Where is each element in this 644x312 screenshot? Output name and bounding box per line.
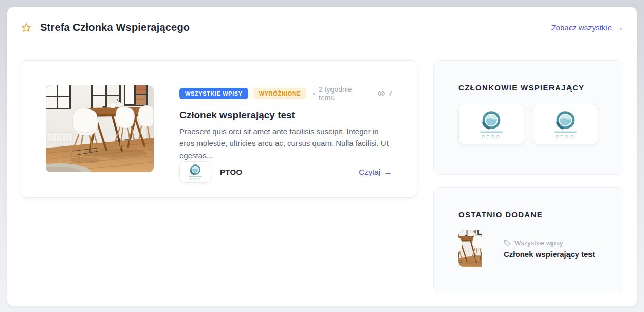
supporting-members-title: CZŁONKOWIE WSPIERAJĄCY — [458, 83, 598, 92]
recent-post-info: Wszystkie wpisy Członek wspierający test — [504, 239, 595, 259]
recent-post-title[interactable]: Członek wspierający test — [504, 250, 595, 259]
supporting-member-zone-panel: Strefa Członka Wspierającego Zobacz wszy… — [7, 7, 637, 306]
member-cards — [458, 104, 598, 144]
recent-post-item[interactable]: Wszystkie wpisy Członek wspierający test — [458, 230, 598, 267]
sidebar: CZŁONKOWIE WSPIERAJĄCY OSTATNIO DODANE — [433, 60, 623, 292]
post-date: 2 tygodnie temu — [319, 85, 369, 102]
ptoo-logo — [551, 108, 580, 140]
author-avatar — [179, 161, 211, 183]
post-excerpt: Praesent quis orci sit amet ante facilis… — [179, 125, 392, 161]
content-area: WSZYSTKIE WPISY WYRÓŻNIONE • 2 tygodnie … — [7, 48, 637, 292]
see-all-label: Zobacz wszystkie — [551, 23, 612, 32]
dining-room-photo — [46, 85, 154, 172]
post-title[interactable]: Członek wspierający test — [179, 109, 392, 121]
recently-added-title: OSTATNIO DODANE — [458, 210, 598, 219]
member-card[interactable] — [533, 104, 599, 144]
category-badge[interactable]: WSZYSTKIE WPISY — [179, 88, 248, 99]
meta-separator: • — [312, 90, 315, 98]
read-more-link[interactable]: Czytaj → — [359, 168, 392, 176]
views-count: 7 — [377, 89, 392, 98]
post-card[interactable]: WSZYSTKIE WPISY WYRÓŻNIONE • 2 tygodnie … — [21, 60, 417, 198]
star-icon — [21, 22, 32, 33]
recently-added-panel: OSTATNIO DODANE Wszystkie wpisy — [433, 187, 623, 292]
post-image — [46, 85, 154, 172]
featured-badge[interactable]: WYRÓŻNIONE — [253, 88, 307, 99]
post-meta: • 2 tygodnie temu — [312, 85, 369, 102]
post-body: WSZYSTKIE WPISY WYRÓŻNIONE • 2 tygodnie … — [179, 85, 392, 173]
section-header: Strefa Członka Wspierającego Zobacz wszy… — [7, 7, 637, 48]
views-value: 7 — [388, 89, 392, 98]
ptoo-logo — [187, 163, 204, 181]
page-title: Strefa Członka Wspierającego — [40, 22, 190, 33]
recent-post-thumbnail — [458, 230, 495, 267]
badges-row: WSZYSTKIE WPISY WYRÓŻNIONE • 2 tygodnie … — [179, 85, 392, 102]
dining-room-photo — [458, 230, 495, 267]
see-all-link[interactable]: Zobacz wszystkie → — [551, 23, 623, 32]
author-name: PTOO — [220, 168, 242, 176]
recent-post-category: Wszystkie wpisy — [514, 239, 563, 247]
recent-post-category-row: Wszystkie wpisy — [504, 239, 595, 247]
views-icon — [377, 89, 385, 98]
ptoo-logo — [477, 108, 506, 140]
arrow-right-icon: → — [615, 24, 623, 32]
member-card[interactable] — [458, 104, 524, 144]
supporting-members-panel: CZŁONKOWIE WSPIERAJĄCY — [433, 60, 623, 175]
author-row: PTOO Czytaj → — [179, 161, 392, 183]
tag-icon — [504, 240, 511, 247]
arrow-right-icon: → — [384, 168, 392, 176]
read-more-label: Czytaj — [359, 168, 380, 176]
